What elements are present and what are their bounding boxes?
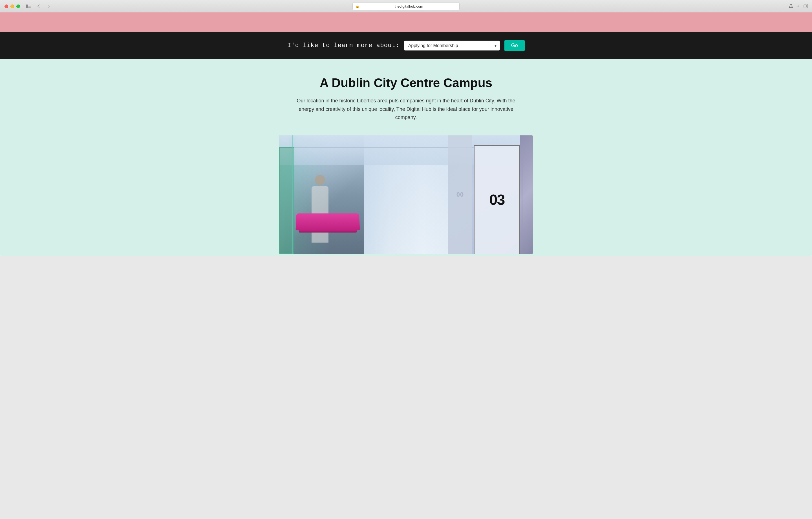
railing	[522, 159, 522, 242]
address-bar[interactable]: 🔒 thedigitalhub.com	[352, 2, 460, 10]
search-label: I'd like to learn more about:	[287, 42, 399, 49]
browser-window: 🔒 thedigitalhub.com + I'd like to learn …	[0, 0, 812, 256]
door-frame: 03	[474, 145, 520, 254]
search-section: I'd like to learn more about: Applying f…	[0, 32, 812, 59]
minimize-button[interactable]	[10, 4, 14, 8]
door-number: 03	[489, 191, 505, 208]
campus-description: Our location in the historic Liberties a…	[296, 97, 516, 122]
glass-partition	[292, 135, 293, 254]
campus-title: A Dublin City Centre Campus	[296, 76, 516, 90]
share-icon[interactable]	[789, 4, 793, 9]
svg-rect-1	[28, 5, 31, 5]
maximize-button[interactable]	[16, 4, 20, 8]
back-button[interactable]	[35, 2, 42, 10]
browser-content: I'd like to learn more about: Applying f…	[0, 12, 812, 256]
svg-rect-2	[28, 6, 31, 6]
svg-rect-3	[28, 7, 31, 8]
title-bar: 🔒 thedigitalhub.com +	[0, 0, 812, 12]
campus-section: A Dublin City Centre Campus Our location…	[296, 76, 516, 122]
campus-image-2	[364, 135, 448, 254]
campus-image-3: 00 03	[448, 135, 533, 254]
tabs-icon[interactable]	[803, 4, 808, 9]
lock-icon: 🔒	[355, 4, 359, 8]
person-head	[315, 175, 325, 185]
nav-controls	[25, 2, 53, 10]
sidebar-toggle-icon[interactable]	[25, 2, 32, 10]
search-form: I'd like to learn more about: Applying f…	[287, 40, 524, 51]
go-button[interactable]: Go	[504, 40, 525, 51]
svg-rect-5	[804, 5, 807, 7]
select-wrapper: Applying for Membership Office Space Eve…	[404, 40, 500, 51]
svg-rect-0	[26, 4, 28, 8]
new-tab-icon[interactable]: +	[796, 3, 800, 9]
top-banner	[0, 12, 812, 32]
door-side-panel: 00	[448, 135, 472, 254]
campus-image-1	[279, 135, 364, 254]
url-text: thedigitalhub.com	[361, 4, 457, 8]
close-button[interactable]	[4, 4, 8, 8]
traffic-lights	[4, 4, 20, 8]
corridor-line	[406, 135, 406, 254]
main-content: A Dublin City Centre Campus Our location…	[0, 59, 812, 256]
title-bar-actions: +	[789, 3, 808, 9]
svg-rect-4	[803, 4, 808, 8]
faded-door-label: 00	[457, 191, 464, 198]
stairway-panel	[520, 135, 533, 254]
image-grid: 00 03	[279, 135, 533, 254]
forward-button[interactable]	[45, 2, 53, 10]
pink-bench	[296, 214, 360, 230]
topic-select[interactable]: Applying for Membership Office Space Eve…	[404, 40, 500, 51]
